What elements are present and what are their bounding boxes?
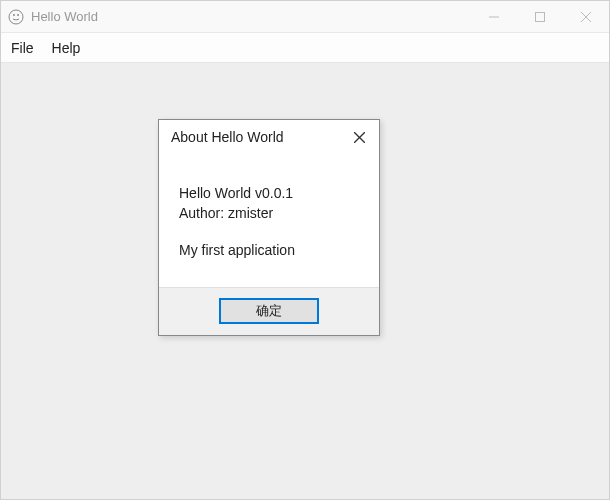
svg-point-1 bbox=[13, 14, 15, 16]
svg-rect-4 bbox=[536, 12, 545, 21]
ok-button[interactable]: 确定 bbox=[219, 298, 319, 324]
titlebar: Hello World bbox=[1, 1, 609, 33]
dialog-title: About Hello World bbox=[171, 129, 349, 145]
maximize-button[interactable] bbox=[517, 1, 563, 32]
app-icon bbox=[7, 8, 25, 26]
dialog-footer: 确定 bbox=[159, 287, 379, 335]
menu-file[interactable]: File bbox=[11, 40, 34, 56]
main-window: Hello World File Help About Hello World bbox=[0, 0, 610, 500]
client-area: About Hello World Hello World v0.0.1 Aut… bbox=[1, 63, 609, 499]
dialog-close-button[interactable] bbox=[349, 127, 369, 147]
dialog-body: Hello World v0.0.1 Author: zmister My fi… bbox=[159, 154, 379, 287]
close-button[interactable] bbox=[563, 1, 609, 32]
menubar: File Help bbox=[1, 33, 609, 63]
svg-point-2 bbox=[17, 14, 19, 16]
about-author: Author: zmister bbox=[179, 204, 363, 224]
about-description: My first application bbox=[179, 241, 363, 261]
window-controls bbox=[471, 1, 609, 32]
dialog-titlebar: About Hello World bbox=[159, 120, 379, 154]
about-version: Hello World v0.0.1 bbox=[179, 184, 363, 204]
svg-point-0 bbox=[9, 10, 23, 24]
window-title: Hello World bbox=[31, 9, 471, 24]
about-dialog: About Hello World Hello World v0.0.1 Aut… bbox=[158, 119, 380, 336]
menu-help[interactable]: Help bbox=[52, 40, 81, 56]
minimize-button[interactable] bbox=[471, 1, 517, 32]
